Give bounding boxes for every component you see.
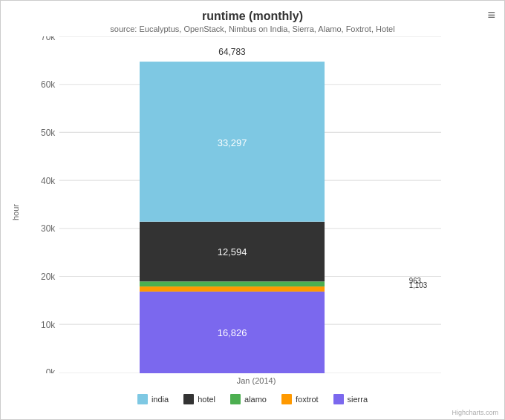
y-axis-label: hour	[8, 36, 23, 388]
legend-item-india: india	[137, 394, 169, 404]
svg-text:30k: 30k	[41, 223, 56, 234]
chart-svg: 70k 60k 50k 40k 30k 20k 10k 0k	[23, 36, 489, 373]
chart-title: runtime (monthly)	[30, 10, 475, 23]
legend-swatch-alamo	[230, 394, 241, 404]
bar-total-label: 64,783	[218, 47, 246, 57]
bar-alamo	[140, 281, 325, 286]
legend-label-alamo: alamo	[244, 395, 267, 404]
legend-swatch-foxtrot	[281, 394, 292, 404]
legend-swatch-india	[137, 394, 148, 404]
highcharts-credit: Highcharts.com	[1, 407, 504, 419]
chart-header: runtime (monthly) source: Eucalyptus, Op…	[1, 1, 504, 36]
legend-swatch-hotel	[183, 394, 194, 404]
legend-item-alamo: alamo	[230, 394, 267, 404]
legend-label-hotel: hotel	[198, 395, 215, 404]
bar-foxtrot	[140, 286, 325, 292]
svg-text:50k: 50k	[41, 128, 56, 138]
label-india: 33,297	[218, 137, 247, 148]
svg-text:70k: 70k	[41, 36, 56, 42]
legend-item-sierra: sierra	[333, 394, 368, 404]
chart-container: runtime (monthly) source: Eucalyptus, Op…	[0, 0, 505, 420]
svg-text:0k: 0k	[46, 367, 56, 373]
chart-area: 70k 60k 50k 40k 30k 20k 10k 0k	[23, 36, 489, 388]
x-axis-labels: Jan (2014)	[23, 373, 489, 388]
legend-item-hotel: hotel	[183, 394, 215, 404]
label-hotel: 12,594	[218, 246, 247, 257]
chart-body: hour 70k 60k	[1, 36, 504, 388]
svg-text:40k: 40k	[41, 175, 56, 186]
legend-label-india: india	[152, 395, 169, 404]
plot-area: 70k 60k 50k 40k 30k 20k 10k 0k	[23, 36, 489, 373]
svg-text:60k: 60k	[41, 79, 56, 90]
chart-subtitle: source: Eucalyptus, OpenStack, Nimbus on…	[30, 24, 475, 33]
legend: india hotel alamo foxtrot sierra	[1, 388, 504, 407]
legend-swatch-sierra	[333, 394, 344, 404]
label-sierra: 16,826	[218, 327, 247, 338]
legend-label-sierra: sierra	[348, 395, 368, 404]
legend-label-foxtrot: foxtrot	[296, 395, 319, 404]
x-axis-label: Jan (2014)	[237, 376, 276, 388]
legend-item-foxtrot: foxtrot	[281, 394, 319, 404]
svg-text:10k: 10k	[41, 319, 56, 329]
svg-text:20k: 20k	[41, 272, 56, 282]
label-alamo-small: 963	[409, 276, 422, 284]
hamburger-icon[interactable]: ≡	[487, 8, 495, 22]
